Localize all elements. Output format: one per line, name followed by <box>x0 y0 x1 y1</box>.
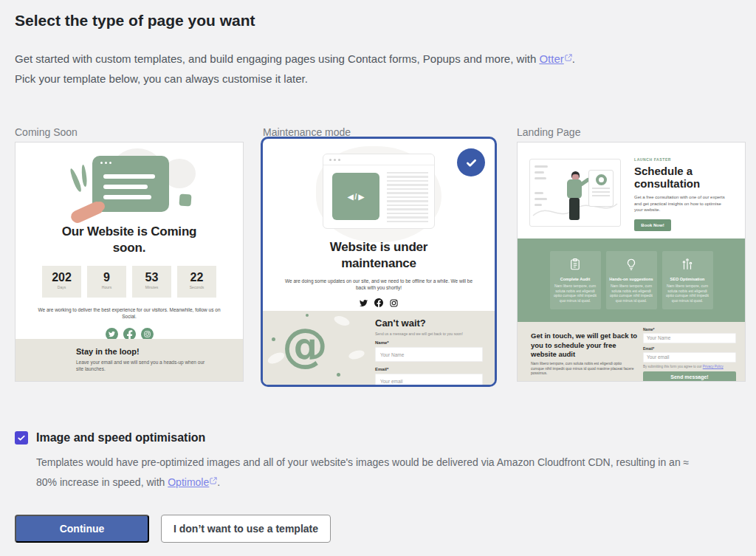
instagram-icon <box>390 299 398 307</box>
maintenance-body: We are doing some updates on our site, a… <box>285 278 473 291</box>
book-now-button: Book Now! <box>634 219 671 231</box>
contact-heading: Get in touch, we will get back to you to… <box>531 332 638 360</box>
coming-soon-body: We are working to deliver the best exper… <box>37 306 221 320</box>
clipboard-icon <box>568 258 582 271</box>
feature-complete-audit: Complete Audit Nam libero tempore, cum s… <box>550 251 601 309</box>
footer-heading: Stay in the loop! <box>76 347 243 356</box>
form-subtext: Send us a message and we will get back t… <box>375 332 483 336</box>
countdown-seconds: 22 Seconds <box>177 266 216 298</box>
intro-line2: Pick your template below, you can always… <box>15 72 308 85</box>
template-card-coming-soon[interactable]: Our Website is Coming soon. 202 Days 9 H… <box>15 142 244 382</box>
optimisation-checkbox[interactable] <box>15 431 28 445</box>
privacy-policy-link: Privacy Policy <box>703 365 724 368</box>
name-label: Name* <box>375 340 483 345</box>
at-sign-graphic: @ <box>282 318 328 372</box>
landing-contact-section: Get in touch, we will get back to you to… <box>518 322 745 381</box>
card-label-coming-soon: Coming Soon <box>15 126 78 138</box>
maintenance-contact-form: Can't wait? Send us a message and we wil… <box>375 318 483 387</box>
browser-window-graphic: ◀/▶ <box>323 154 435 229</box>
page-title: Select the type of page you want <box>15 12 255 30</box>
facebook-icon <box>374 298 383 307</box>
template-card-maintenance[interactable]: ◀/▶ Website is under maintenance We are … <box>261 137 497 387</box>
external-link-icon <box>210 472 217 490</box>
footer-body: Leave your email and we will send you a … <box>76 359 213 372</box>
coming-soon-footer: Stay in the loop! Leave your email and w… <box>16 339 243 381</box>
lightbulb-icon <box>625 258 638 271</box>
countdown-hours: 9 Hours <box>87 266 126 298</box>
consent-text: By submitting this form you agree to our… <box>643 365 736 368</box>
landing-body: Get a free consultation with one of our … <box>634 194 730 213</box>
intro-before: Get started with custom templates, and b… <box>15 52 539 65</box>
coming-soon-illustration <box>16 148 243 224</box>
countdown: 202 Days 9 Hours 53 Minutes 22 Seconds <box>16 266 243 298</box>
maintenance-footer: @ Can't wait? Send us a message and we w… <box>263 311 495 385</box>
name-label: Name* <box>643 327 736 332</box>
optimisation-description: Templates would have pre-optimized image… <box>36 453 690 492</box>
features-section: Complete Audit Nam libero tempore, cum s… <box>518 238 745 322</box>
send-message-button: Send message! <box>643 371 736 382</box>
twitter-icon <box>360 299 368 307</box>
feature-hands-on-suggestions: Hands-on suggestions Nam libero tempore,… <box>606 251 657 309</box>
mini-card-graphic <box>588 170 614 207</box>
name-field <box>643 333 736 343</box>
countdown-days: 202 Days <box>42 266 81 298</box>
skip-template-button[interactable]: I don’t want to use a template <box>161 515 331 543</box>
optimole-link[interactable]: Optimole <box>168 476 209 488</box>
landing-heading: Schedule a consultation <box>634 165 719 190</box>
maintenance-heading: Website is under maintenance <box>315 239 444 272</box>
check-icon <box>17 433 26 442</box>
template-card-landing-page[interactable]: LAUNCH FASTER Schedule a consultation Ge… <box>517 142 746 382</box>
email-label: Email* <box>375 367 483 371</box>
card-label-landing-page: Landing Page <box>517 126 580 138</box>
contact-body: Nam libero tempore, cum soluta nobis est… <box>531 361 634 376</box>
coming-soon-heading: Our Website is Coming soon. <box>50 224 209 256</box>
email-label: Email* <box>643 346 736 351</box>
presenter-illustration <box>529 159 621 227</box>
template-selection-page: Select the type of page you want Get sta… <box>0 0 756 556</box>
otter-link[interactable]: Otter <box>539 52 563 65</box>
external-link-icon <box>565 47 572 67</box>
feature-seo-optimisation: SEO Optimisation Nam libero tempore, cum… <box>662 251 713 309</box>
donut-chart-icon <box>596 174 607 185</box>
intro-after: . <box>572 52 575 65</box>
form-heading: Can't wait? <box>375 318 483 329</box>
social-icons <box>263 298 495 307</box>
continue-button[interactable]: Continue <box>15 515 149 543</box>
name-field <box>375 347 483 362</box>
code-icon: ◀/▶ <box>332 173 379 220</box>
email-field <box>643 352 736 363</box>
selected-check-icon <box>457 148 485 176</box>
bar-chart-icon <box>681 258 694 271</box>
optimisation-label: Image and speed optimisation <box>36 431 205 445</box>
intro-text: Get started with custom templates, and b… <box>15 47 716 89</box>
hero-eyebrow: LAUNCH FASTER <box>634 157 738 162</box>
email-field <box>375 374 483 387</box>
landing-contact-form: Name* Email* By submitting this form you… <box>643 327 736 382</box>
countdown-minutes: 53 Minutes <box>132 266 171 298</box>
